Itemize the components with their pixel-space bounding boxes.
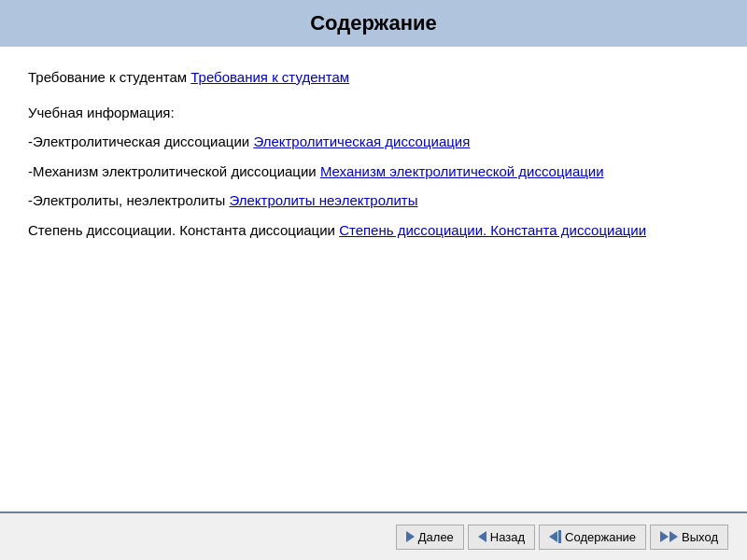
exit-label: Выход xyxy=(682,530,718,544)
line-electrolytic: -Электролитическая диссоциации Электроли… xyxy=(28,130,719,154)
electrolytic-text: -Электролитическая диссоциации xyxy=(28,133,253,149)
exit-icon xyxy=(660,531,678,542)
electrolytes-link[interactable]: Электролиты неэлектролиты xyxy=(229,192,417,208)
line-requirements: Требование к студентам Требования к студ… xyxy=(28,65,719,90)
degree-link[interactable]: Степень диссоциации. Константа диссоциац… xyxy=(339,222,646,238)
main-content: Требование к студентам Требования к студ… xyxy=(0,47,747,511)
contents-label: Содержание xyxy=(565,530,636,544)
line-study-info: Учебная информация: xyxy=(28,101,719,125)
page-header: Содержание xyxy=(0,0,747,47)
degree-text: Степень диссоциации. Константа диссоциац… xyxy=(28,222,339,238)
line-degree: Степень диссоциации. Константа диссоциац… xyxy=(28,218,719,243)
header-title: Содержание xyxy=(310,11,437,35)
requirements-link[interactable]: Требования к студентам xyxy=(190,69,349,85)
back-button[interactable]: Назад xyxy=(468,525,535,550)
page-container: Содержание Требование к студентам Требов… xyxy=(0,0,747,560)
arrow-left-icon xyxy=(478,531,486,542)
contents-button[interactable]: Содержание xyxy=(539,525,646,550)
study-info-text: Учебная информация: xyxy=(28,105,175,120)
mechanism-text: -Механизм электролитической диссоциации xyxy=(28,163,320,179)
back-label: Назад xyxy=(490,530,525,544)
line-electrolytes: -Электролиты, неэлектролиты Электролиты … xyxy=(28,189,719,213)
footer-nav: Далее Назад Содержание Выход xyxy=(0,511,747,560)
line-mechanism: -Механизм электролитической диссоциации … xyxy=(28,160,719,184)
next-button[interactable]: Далее xyxy=(396,525,464,550)
electrolytic-link[interactable]: Электролитическая диссоциация xyxy=(253,133,470,149)
mechanism-link[interactable]: Механизм электролитической диссоциации xyxy=(320,163,604,179)
next-label: Далее xyxy=(418,530,454,544)
electrolytes-text: -Электролиты, неэлектролиты xyxy=(28,192,229,208)
requirements-text: Требование к студентам xyxy=(28,69,190,85)
arrow-right-icon xyxy=(406,531,415,542)
exit-button[interactable]: Выход xyxy=(650,525,728,550)
contents-icon xyxy=(549,530,561,543)
